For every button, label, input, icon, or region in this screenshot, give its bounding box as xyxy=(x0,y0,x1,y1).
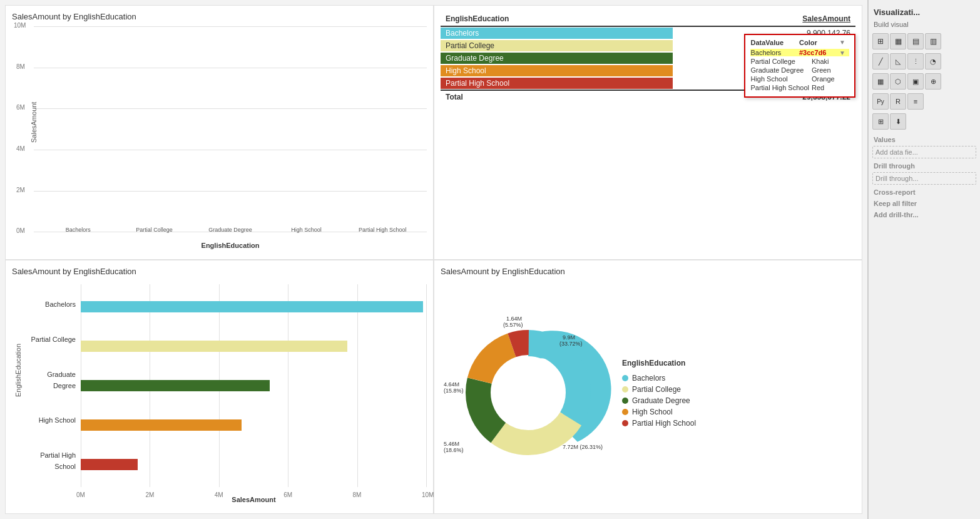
legend-dot-partial-hs xyxy=(622,420,628,426)
svg-text:(15.8%): (15.8%) xyxy=(444,388,464,394)
legend-dot-bachelors xyxy=(622,375,628,381)
legend-item-graduate-degree: Graduate Degree xyxy=(622,396,696,405)
bar-partial-college[interactable]: Partial College xyxy=(116,224,193,233)
viz-icon-gauge[interactable]: Py xyxy=(872,93,889,110)
legend-dot-graduate-degree xyxy=(622,398,628,404)
popup-col2-header: Color xyxy=(799,39,837,46)
donut-annotation-graduate-degree: 5.46M xyxy=(444,441,459,447)
svg-text:(18.6%): (18.6%) xyxy=(444,447,464,453)
bar-partial-high-school[interactable]: Partial High School xyxy=(344,224,421,233)
donut-svg: 9.9M (33.72%) 7.72M (26.31%) 5.46M (18.6… xyxy=(441,305,616,480)
donut-annotation-bachelors: 9.9M xyxy=(563,334,575,341)
donut-legend-title: EnglishEducation xyxy=(622,359,696,367)
color-popup[interactable]: DataValue Color ▼ Bachelors #3cc7d6 ▼ Pa… xyxy=(744,34,855,98)
donut-svg-container: 9.9M (33.72%) 7.72M (26.31%) 5.46M (18.6… xyxy=(441,305,616,482)
y-axis-label-h: EnglishEducation xyxy=(14,384,22,397)
viz-icon-line[interactable]: ╱ xyxy=(872,53,889,69)
viz-build-label: Build visual xyxy=(871,21,977,32)
donut-group xyxy=(478,342,578,443)
hbar-label-high-school: High School xyxy=(23,414,79,426)
table-col1-header: EnglishEducation xyxy=(441,12,673,26)
donut-annotation-partial-hs: 1.64M xyxy=(506,316,522,322)
viz-icon-waterfall[interactable]: ⬇ xyxy=(890,113,906,130)
viz-icon-kpi[interactable]: R xyxy=(890,93,906,110)
viz-icon-100-bar[interactable]: ▥ xyxy=(925,33,941,49)
viz-add-drill-label: Add drill-thr... xyxy=(871,208,977,220)
bar-chart-vertical-panel: SalesAmount by EnglishEducation SalesAmo… xyxy=(5,5,434,260)
viz-icon-table[interactable]: ⊞ xyxy=(872,33,889,49)
legend-item-bachelors: Bachelors xyxy=(622,374,696,383)
popup-color-dropdown-bachelors[interactable]: ▼ xyxy=(839,49,849,56)
bar-chart-v-title: SalesAmount by EnglishEducation xyxy=(12,12,427,21)
viz-icon-treemap[interactable]: ▦ xyxy=(872,73,889,90)
viz-icon-pie[interactable]: ◔ xyxy=(925,53,941,69)
svg-point-5 xyxy=(492,356,564,429)
viz-icon-card[interactable]: ▣ xyxy=(907,73,924,90)
viz-icon-clustered-bar[interactable]: ▤ xyxy=(907,33,924,49)
viz-icon-stacked-bar[interactable]: ▦ xyxy=(890,33,906,49)
legend-item-partial-college: Partial College xyxy=(622,385,696,394)
donut-chart-title: SalesAmount by EnglishEducation xyxy=(441,267,855,276)
viz-cross-label: Cross-report xyxy=(871,186,977,197)
popup-row-partial-high-school[interactable]: Partial High School Red xyxy=(750,84,849,91)
viz-icon-area[interactable]: ◺ xyxy=(890,53,906,69)
bar-high-school[interactable]: High School xyxy=(268,224,345,233)
viz-values-label: Values xyxy=(871,133,977,145)
hbar-graduate-degree[interactable] xyxy=(81,380,427,391)
x-axis-title-v: EnglishEducation xyxy=(34,242,427,249)
legend-dot-high-school xyxy=(622,409,628,415)
viz-add-data-field[interactable]: Add data fie... xyxy=(872,146,976,158)
y-axis-label-v: SalesAmount xyxy=(30,101,38,142)
popup-row-bachelors[interactable]: Bachelors #3cc7d6 ▼ xyxy=(750,49,849,56)
hbar-label-partial-high-school: Partial High School xyxy=(23,450,79,472)
viz-keep-label: Keep all filter xyxy=(871,197,977,208)
hbar-label-graduate-degree: Graduate Degree xyxy=(23,369,79,391)
table-col2-header: SalesAmount xyxy=(673,12,855,26)
hbar-label-bachelors: Bachelors xyxy=(23,299,79,310)
donut-legend: EnglishEducation Bachelors Partial Colle… xyxy=(622,359,696,428)
hbar-label-partial-college: Partial College xyxy=(23,334,79,345)
bar-graduate-degree[interactable]: Graduate Degree xyxy=(192,224,268,233)
donut-annotation-high-school: 4.64M xyxy=(444,381,459,388)
viz-icon-funnel[interactable]: ⬡ xyxy=(890,73,906,90)
legend-item-partial-hs: Partial High School xyxy=(622,419,696,428)
donut-annotation-partial-college: 7.72M (26.31%) xyxy=(563,444,603,450)
viz-icon-map[interactable]: ⊕ xyxy=(925,73,941,90)
bar-chart-horizontal-panel: SalesAmount by EnglishEducation EnglishE… xyxy=(5,260,434,515)
popup-row-graduate-degree[interactable]: Graduate Degree Green xyxy=(750,66,849,74)
hbar-bachelors[interactable] xyxy=(81,301,427,312)
viz-icon-slicer[interactable]: ≡ xyxy=(907,93,924,110)
viz-icon-matrix[interactable]: ⊞ xyxy=(872,113,889,130)
donut-chart-panel: SalesAmount by EnglishEducation xyxy=(434,260,862,515)
legend-item-high-school: High School xyxy=(622,408,696,416)
svg-text:(33.72%): (33.72%) xyxy=(559,341,583,347)
popup-row-partial-college[interactable]: Partial College Khaki xyxy=(750,58,849,65)
popup-dropdown[interactable]: ▼ xyxy=(839,39,849,46)
hbar-high-school[interactable] xyxy=(81,419,427,431)
popup-col1-header: DataValue xyxy=(750,39,797,46)
visualization-panel: Visualizati... Build visual ⊞ ▦ ▤ ▥ ╱ ◺ … xyxy=(867,0,980,519)
viz-icon-scatter[interactable]: ⋮ xyxy=(907,53,924,69)
viz-panel-title: Visualizati... xyxy=(871,5,977,21)
viz-drill-label: Drill through xyxy=(871,160,977,171)
bar-bachelors[interactable]: Bachelors xyxy=(40,224,116,233)
svg-text:(5.57%): (5.57%) xyxy=(503,322,523,328)
legend-dot-partial-college xyxy=(622,386,628,393)
viz-drill-field[interactable]: Drill through... xyxy=(872,172,976,185)
hbar-partial-high-school[interactable] xyxy=(81,459,427,470)
table-panel: EnglishEducation SalesAmount Bachelors 9… xyxy=(434,5,862,260)
x-axis-title-h: SalesAmount xyxy=(81,496,427,503)
hbar-partial-college[interactable] xyxy=(81,341,427,352)
bar-chart-h-title: SalesAmount by EnglishEducation xyxy=(12,267,427,276)
popup-row-high-school[interactable]: High School Orange xyxy=(750,75,849,83)
